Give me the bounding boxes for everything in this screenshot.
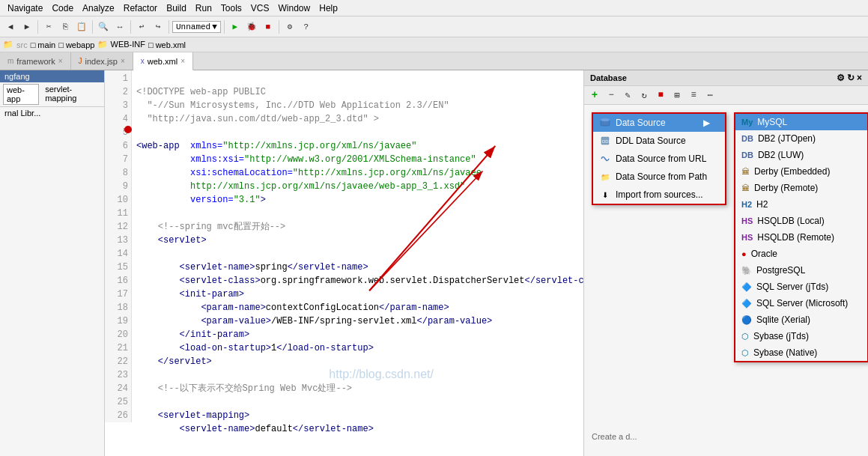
url-icon — [599, 153, 611, 165]
tab-framework[interactable]: m framework × — [0, 52, 71, 70]
toolbar-separator-2 — [92, 20, 93, 34]
hsqldb-local-icon: HS — [741, 216, 753, 225]
file-path-main[interactable]: □ main — [31, 40, 56, 49]
submenu-item-hsqldb-local[interactable]: HS HSQLDB (Local) — [735, 213, 867, 229]
tab-index-jsp[interactable]: J index.jsp × — [71, 52, 133, 70]
database-submenu: My MySQL DB DB2 (JTOpen) DB DB2 (LUW) 🏛 … — [734, 112, 868, 362]
redo-button[interactable]: ↪ — [151, 19, 166, 34]
toolbar-separator-4 — [169, 20, 169, 34]
svg-point-4 — [601, 118, 610, 121]
replace-button[interactable]: ↔ — [112, 19, 127, 34]
project-selector[interactable]: Unnamed ▼ — [172, 21, 221, 33]
search-button[interactable]: 🔍 — [96, 19, 111, 34]
db-grid-button[interactable]: ⊞ — [670, 88, 685, 103]
file-path-row: 📁 src □ main □ webapp 📁 WEB-INF □ web.xm… — [0, 37, 868, 52]
menu-run[interactable]: Run — [191, 1, 216, 15]
menu-build[interactable]: Build — [162, 1, 191, 15]
submenu-postgresql-label: PostgreSQL — [756, 265, 805, 276]
submenu-item-sybase-jtds[interactable]: ⬡ Sybase (jTds) — [735, 328, 867, 344]
sidebar-item-library[interactable]: rnal Libr... — [0, 107, 104, 119]
submenu-item-sqlserver-ms[interactable]: 🔷 SQL Server (Microsoft) — [735, 295, 867, 311]
db-settings-icon[interactable]: ⚙ — [837, 73, 845, 83]
copy-button[interactable]: ⎘ — [58, 19, 73, 34]
submenu-item-db2luw[interactable]: DB DB2 (LUW) — [735, 147, 867, 163]
back-button[interactable]: ◀ — [3, 19, 18, 34]
context-menu: Data Source ▶ DDL DDL Data Source — [592, 112, 726, 205]
menu-analyze[interactable]: Analyze — [78, 1, 119, 15]
paste-button[interactable]: 📋 — [74, 19, 89, 34]
context-menu-item-datasource[interactable]: Data Source ▶ — [593, 114, 725, 132]
submenu-item-db2jtopen[interactable]: DB DB2 (JTOpen) — [735, 130, 867, 147]
help-icon[interactable]: ? — [299, 19, 314, 34]
h2-icon: H2 — [741, 200, 752, 209]
db-close-icon[interactable]: × — [857, 73, 862, 83]
db-stop-button[interactable]: ■ — [653, 88, 668, 103]
sidebar-tab-servlet[interactable]: servlet-mapping — [42, 84, 101, 105]
context-menu-item-path[interactable]: 📁 Data Source from Path — [593, 168, 725, 186]
path-icon: 📁 — [599, 171, 611, 183]
menu-navigate[interactable]: Navigate — [3, 1, 47, 15]
submenu-item-sybase-native[interactable]: ⬡ Sybase (Native) — [735, 344, 867, 361]
file-sep-1: src — [16, 40, 28, 49]
db-edit-button[interactable]: ✎ — [620, 88, 635, 103]
context-import-label: Import from sources... — [616, 189, 703, 200]
menu-vcs[interactable]: VCS — [246, 1, 274, 15]
toolbar-separator-5 — [224, 20, 225, 34]
menu-tools[interactable]: Tools — [216, 1, 246, 15]
submenu-item-sqlserver-jtds[interactable]: 🔷 SQL Server (jTds) — [735, 279, 867, 295]
stop-button[interactable]: ■ — [261, 19, 276, 34]
svg-text:DDL: DDL — [602, 139, 610, 144]
submenu-item-mysql[interactable]: My MySQL — [735, 114, 867, 130]
editor-area[interactable]: 12345 678910 1112131415 1617181920 21222… — [105, 70, 583, 456]
db-add-button[interactable]: + — [587, 88, 602, 103]
sidebar-project-name: ngfang — [0, 70, 104, 82]
context-menu-item-import[interactable]: ⬇ Import from sources... — [593, 186, 725, 204]
debug-button[interactable]: 🐞 — [244, 19, 259, 34]
submenu-sqlserver-jtds-label: SQL Server (jTds) — [756, 282, 828, 292]
file-path-webinf[interactable]: 📁 WEB-INF — [97, 40, 145, 49]
context-url-label: Data Source from URL — [616, 153, 706, 164]
submenu-item-hsqldb-remote[interactable]: HS HSQLDB (Remote) — [735, 229, 867, 246]
db-list-button[interactable]: ≡ — [686, 88, 701, 103]
context-menu-item-url[interactable]: Data Source from URL — [593, 150, 725, 168]
menu-code[interactable]: Code — [47, 1, 78, 15]
close-indexjsp-button[interactable]: × — [121, 57, 125, 65]
submenu-item-derby-embedded[interactable]: 🏛 Derby (Embedded) — [735, 163, 867, 180]
db-refresh-icon[interactable]: ↻ — [847, 73, 855, 83]
submenu-item-sqlite[interactable]: 🔵 Sqlite (Xerial) — [735, 311, 867, 328]
close-webxml-button[interactable]: × — [180, 57, 185, 65]
file-path-webapp[interactable]: □ webapp — [58, 40, 94, 49]
derby-remote-icon: 🏛 — [741, 183, 750, 192]
forward-button[interactable]: ▶ — [19, 19, 34, 34]
menu-window[interactable]: Window — [274, 1, 315, 15]
db-minus-button[interactable]: − — [604, 88, 619, 103]
file-path-src[interactable]: 📁 — [3, 40, 13, 49]
submenu-item-derby-remote[interactable]: 🏛 Derby (Remote) — [735, 180, 867, 196]
toolbar: ◀ ▶ ✂ ⎘ 📋 🔍 ↔ ↩ ↪ Unnamed ▼ ▶ 🐞 ■ ⚙ ? — [0, 16, 868, 37]
submenu-sqlite-label: Sqlite (Xerial) — [756, 314, 810, 325]
submenu-item-h2[interactable]: H2 H2 — [735, 196, 867, 213]
context-menu-item-ddl[interactable]: DDL DDL Data Source — [593, 132, 725, 150]
run-button[interactable]: ▶ — [228, 19, 243, 34]
file-path-webxml[interactable]: □ web.xml — [148, 40, 186, 49]
sidebar-tab-webapp[interactable]: web-app — [3, 84, 39, 105]
ddl-icon: DDL — [599, 135, 611, 147]
tab-webxml[interactable]: x web.xml × — [133, 52, 193, 70]
database-toolbar: + − ✎ ↻ ■ ⊞ ≡ ⋯ — [584, 86, 868, 105]
code-editor[interactable]: <!DOCTYPE web-app PUBLIC "-//Sun Microsy… — [133, 72, 583, 456]
db-more-button[interactable]: ⋯ — [702, 88, 717, 103]
mysql-icon: My — [741, 118, 753, 127]
more-button[interactable]: ⚙ — [282, 19, 297, 34]
menu-refactor[interactable]: Refactor — [119, 1, 162, 15]
sqlserver-ms-icon: 🔷 — [741, 299, 752, 308]
db-refresh-button[interactable]: ↻ — [637, 88, 652, 103]
cut-button[interactable]: ✂ — [41, 19, 56, 34]
line-numbers: 12345 678910 1112131415 1617181920 21222… — [105, 70, 132, 422]
submenu-item-oracle[interactable]: ● Oracle — [735, 246, 867, 262]
menu-help[interactable]: Help — [315, 1, 342, 15]
undo-button[interactable]: ↩ — [134, 19, 149, 34]
sybase-jtds-icon: ⬡ — [741, 332, 749, 341]
submenu-item-postgresql[interactable]: 🐘 PostgreSQL — [735, 262, 867, 279]
submenu-db2luw-label: DB2 (LUW) — [758, 150, 804, 160]
close-framework-button[interactable]: × — [58, 57, 63, 65]
